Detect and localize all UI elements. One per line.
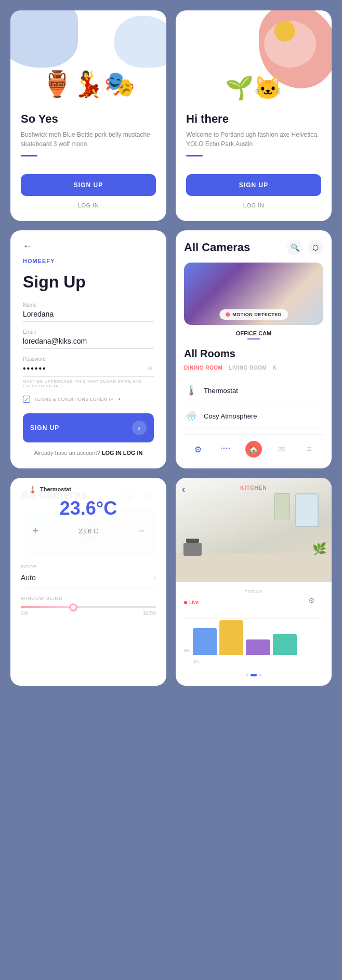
live-dot: [184, 601, 187, 604]
slider-min-label: 0%: [21, 610, 28, 616]
illustration-2: 🌱🐱: [176, 10, 332, 104]
thermostat-overlay: 🌡️ Thermostat 23.6°C + 23.6 C −: [21, 480, 156, 556]
window-blind-slider[interactable]: 0% 100%: [21, 606, 156, 616]
dot-2: [251, 674, 257, 676]
nav-message-icon[interactable]: ✉: [273, 441, 290, 458]
thermo-controls: + 23.6 C −: [28, 524, 149, 538]
settings-icon[interactable]: ⚙: [308, 596, 315, 605]
eye-icon[interactable]: 👁: [148, 365, 154, 372]
terms-checkbox[interactable]: ✓: [23, 396, 30, 403]
kitchen-card: ‹ KITCHEN 🌿 TODAY ⚙ Live: [176, 478, 332, 686]
thermostat-detail-card: All Cameras 🔍 ⬡ 🏢 🌡️ Thermostat 23.6°C +…: [10, 478, 166, 686]
nav-settings-icon[interactable]: ⚙: [190, 441, 206, 458]
kitchen-window: [295, 493, 319, 527]
mode-selector[interactable]: Auto ›: [21, 573, 156, 587]
cosy-name: Cosy Atmosphere: [204, 412, 257, 420]
office-cam-label: OFFICE CAM: [184, 330, 323, 336]
thermostat-preview-area: 🏢 🌡️ Thermostat 23.6°C + 23.6 C −: [21, 509, 156, 556]
cameras-card: All Cameras 🔍 ⬡ MOTION DETECTED OFFICE C…: [176, 230, 332, 468]
log-in-link[interactable]: LOG IN: [102, 450, 122, 456]
chart-wrapper: 9A 8A: [184, 608, 323, 671]
slider-thumb[interactable]: [70, 604, 77, 611]
email-label: Email: [23, 329, 154, 335]
thermo-label-row: 🌡️ Thermostat: [28, 485, 149, 493]
password-input[interactable]: •••••• 👁: [23, 364, 154, 377]
slider-labels: 0% 100%: [21, 610, 156, 616]
name-input[interactable]: Loredana: [23, 310, 154, 322]
nav-layers-icon[interactable]: ≡: [301, 441, 318, 458]
kitchen-chart-area: TODAY ⚙ Live 9A 8A: [176, 582, 332, 684]
signup-form-card: ← HOMEEFY Sign Up Name Loredana Email lo…: [10, 230, 166, 468]
chart-y-label-8a: 8A: [184, 659, 323, 664]
mode-value: Auto: [21, 573, 36, 582]
cube-icon-btn[interactable]: ⬡: [308, 240, 323, 255]
name-field: Name Loredana: [23, 302, 154, 322]
thermostat-name: Thermostat: [204, 387, 238, 395]
search-icon-btn[interactable]: 🔍: [287, 240, 302, 255]
today-header: TODAY ⚙: [184, 589, 323, 594]
nav-activity-icon[interactable]: 〰: [217, 441, 234, 458]
email-field: Email loredana@kiks.com: [23, 329, 154, 349]
cameras-title: All Cameras: [184, 241, 250, 254]
tab-living-room[interactable]: LIVING ROOM: [229, 365, 267, 371]
terms-plus[interactable]: +: [118, 397, 121, 402]
kitchen-door: [274, 493, 290, 519]
blob-blue-1: [10, 10, 78, 68]
nav-home-icon[interactable]: 🏠: [245, 441, 262, 458]
onboard-content-1: So Yes Bushwick meh Blue Bottle pork bel…: [10, 104, 166, 174]
login-link-1[interactable]: LOG IN: [10, 202, 166, 208]
login-link-2[interactable]: LOG IN: [176, 202, 332, 208]
onboard-card-1: 🏺💃🎭 So Yes Bushwick meh Blue Bottle pork…: [10, 10, 166, 221]
temp-decrease-button[interactable]: +: [28, 524, 43, 538]
onboard-card-2: 🌱🐱 Hi there Welcome to Portland ugh fash…: [176, 10, 332, 221]
pagination-dots: [184, 674, 323, 676]
cosy-icon: 🌧️: [184, 409, 199, 423]
brand-name: HOMEEFY: [23, 258, 154, 264]
dot-1: [246, 674, 248, 676]
terms-text: TERMS & CONDITIONS LOREM IP: [34, 397, 114, 402]
illustration-1: 🏺💃🎭: [10, 10, 166, 104]
divider-2: [186, 155, 203, 156]
device-cosy-atmosphere[interactable]: 🌧️ Cosy Atmosphere: [184, 403, 323, 429]
kitchen-counter: [176, 553, 332, 582]
device-thermostat[interactable]: 🌡️ Thermostat: [184, 378, 323, 403]
dot-3: [259, 674, 261, 676]
camera-preview: MOTION DETECTED: [184, 263, 323, 325]
blob-blue-2: [114, 16, 166, 68]
circle-yellow: [274, 21, 295, 42]
thermostat-device-label: Thermostat: [40, 486, 71, 492]
motion-badge: MOTION DETECTED: [219, 309, 288, 320]
onboard-content-2: Hi there Welcome to Portland ugh fashion…: [176, 104, 332, 174]
kitchen-pot: [183, 543, 202, 556]
temp-display-big: 23.6°C: [28, 498, 149, 519]
log-in-label[interactable]: LOG IN: [123, 450, 143, 456]
onboard-title-1: So Yes: [21, 112, 156, 126]
signup-button-2[interactable]: SIGN UP: [186, 174, 321, 196]
password-field: Password •••••• 👁 MUST BE UPPERCASE, THI…: [23, 356, 154, 388]
signup-button-1[interactable]: SIGN UP: [21, 174, 156, 196]
back-arrow-button[interactable]: ←: [23, 241, 32, 252]
onboard-desc-1: Bushwick meh Blue Bottle pork belly must…: [21, 130, 156, 149]
rooms-tabs: DINING ROOM LIVING ROOM K: [184, 365, 323, 371]
tab-kitchen-short[interactable]: K: [273, 365, 277, 371]
bar-1: [193, 628, 217, 656]
password-hint: MUST BE UPPERCASE, THIS THAT SUGAR SPICE…: [23, 379, 154, 388]
kitchen-photo: ‹ KITCHEN 🌿: [176, 478, 332, 582]
already-account-text: Already have an account? LOG IN LOG IN: [23, 450, 154, 456]
kitchen-scene: 🌿: [176, 478, 332, 582]
cam-underline: [247, 338, 260, 339]
today-label: TODAY: [184, 589, 323, 594]
tab-dining-room[interactable]: DINING ROOM: [184, 365, 222, 371]
plant-character: 🌱🐱: [225, 74, 282, 101]
bottom-nav: ⚙ 〰 🏠 ✉ ≡: [184, 434, 323, 465]
divider-1: [21, 155, 37, 156]
bar-2: [219, 620, 243, 656]
email-input[interactable]: loredana@kiks.com: [23, 337, 154, 349]
terms-row: ✓ TERMS & CONDITIONS LOREM IP +: [23, 396, 154, 403]
signup-submit-button[interactable]: SIGN UP ›: [23, 413, 154, 442]
temp-increase-button[interactable]: −: [134, 524, 149, 538]
cameras-header: All Cameras 🔍 ⬡: [184, 240, 323, 255]
thermostat-icon: 🌡️: [184, 383, 199, 398]
window-blind-label: WINDOW BLIND: [21, 596, 156, 601]
name-label: Name: [23, 302, 154, 308]
